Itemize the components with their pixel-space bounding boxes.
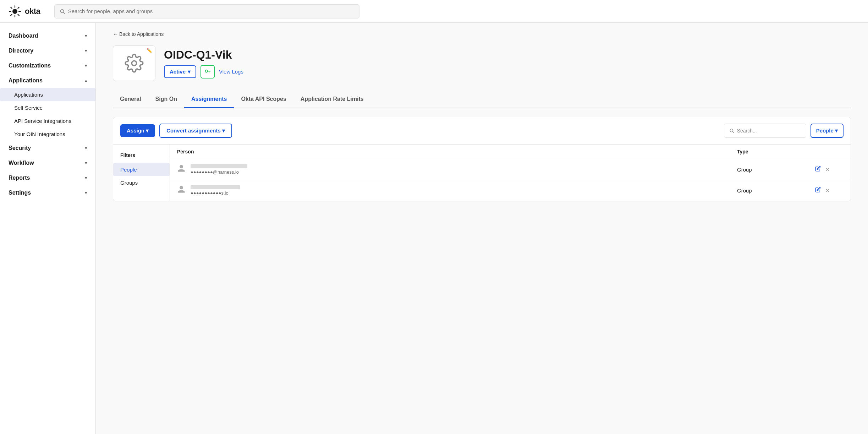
sidebar-item-customizations[interactable]: Customizations ▾ bbox=[0, 58, 95, 73]
sidebar: Dashboard ▾ Directory ▾ Customizations ▾… bbox=[0, 23, 96, 434]
sidebar-item-security[interactable]: Security ▾ bbox=[0, 141, 95, 156]
chevron-down-icon: ▾ bbox=[85, 33, 87, 38]
delete-row-1-icon[interactable]: ✕ bbox=[825, 166, 830, 173]
sidebar-item-reports[interactable]: Reports ▾ bbox=[0, 170, 95, 185]
type-cell-1: Group bbox=[737, 167, 815, 173]
svg-point-11 bbox=[132, 61, 137, 66]
table-area: Filters People Groups Person Type bbox=[113, 144, 851, 201]
filters-panel: Filters People Groups bbox=[113, 145, 170, 201]
person-info: ●●●●●●●●@harness.io bbox=[191, 164, 247, 175]
actions-cell-2: ✕ bbox=[815, 187, 844, 194]
people-filter-button[interactable]: People ▾ bbox=[811, 124, 844, 138]
sidebar-item-oin[interactable]: Your OIN Integrations bbox=[0, 128, 95, 141]
person-info: ●●●●●●●●●●●s.io bbox=[191, 185, 240, 196]
edit-icon[interactable]: ✏️ bbox=[147, 48, 152, 53]
sidebar-item-directory[interactable]: Directory ▾ bbox=[0, 43, 95, 58]
search-input[interactable] bbox=[68, 8, 354, 14]
search-icon bbox=[60, 9, 65, 14]
sidebar-item-settings[interactable]: Settings ▾ bbox=[0, 185, 95, 200]
key-icon bbox=[204, 68, 211, 75]
app-title: OIDC-Q1-Vik bbox=[164, 48, 243, 61]
sidebar-item-workflow[interactable]: Workflow ▾ bbox=[0, 156, 95, 170]
avatar-icon bbox=[177, 185, 186, 196]
svg-line-5 bbox=[11, 7, 12, 9]
filter-people[interactable]: People bbox=[113, 163, 170, 176]
edit-row-2-icon[interactable] bbox=[815, 187, 821, 194]
sidebar-item-applications-sub[interactable]: Applications bbox=[0, 88, 95, 101]
person-name-bar bbox=[191, 185, 240, 189]
back-link[interactable]: ← Back to Applications bbox=[113, 31, 851, 37]
tab-assignments[interactable]: Assignments bbox=[184, 91, 234, 108]
status-button[interactable]: Active ▾ bbox=[164, 65, 196, 78]
applications-submenu: Applications Self Service API Service In… bbox=[0, 88, 95, 141]
tabs: General Sign On Assignments Okta API Sco… bbox=[113, 91, 851, 108]
key-button[interactable] bbox=[200, 65, 215, 78]
sidebar-item-applications[interactable]: Applications ▴ bbox=[0, 73, 95, 88]
filters-title: Filters bbox=[113, 150, 170, 160]
toolbar: Assign ▾ Convert assignments ▾ People ▾ bbox=[113, 117, 851, 144]
gear-icon bbox=[125, 54, 144, 73]
view-logs-link[interactable]: View Logs bbox=[219, 69, 243, 75]
person-cell: ●●●●●●●●●●●s.io bbox=[177, 185, 737, 196]
table-row: ●●●●●●●●●●●s.io Group ✕ bbox=[170, 180, 851, 201]
svg-line-7 bbox=[18, 7, 19, 9]
main-content: ← Back to Applications ✏️ OIDC-Q1-Vik bbox=[96, 23, 868, 434]
svg-point-12 bbox=[205, 70, 208, 72]
table-header: Person Type bbox=[170, 145, 851, 159]
filter-groups[interactable]: Groups bbox=[113, 176, 170, 189]
edit-row-1-icon[interactable] bbox=[815, 166, 821, 173]
app-actions: Active ▾ View Logs bbox=[164, 65, 243, 78]
chevron-down-icon: ▾ bbox=[85, 63, 87, 68]
tab-rate-limits[interactable]: Application Rate Limits bbox=[293, 91, 371, 108]
search-icon bbox=[729, 128, 734, 133]
data-table: Person Type bbox=[170, 145, 851, 201]
chevron-up-icon: ▴ bbox=[85, 78, 87, 83]
person-name-bar bbox=[191, 164, 247, 168]
table-row: ●●●●●●●●@harness.io Group ✕ bbox=[170, 159, 851, 180]
svg-line-14 bbox=[732, 132, 734, 133]
person-email-1: ●●●●●●●●@harness.io bbox=[191, 169, 247, 175]
app-icon-box: ✏️ bbox=[113, 45, 155, 81]
main-inner: ← Back to Applications ✏️ OIDC-Q1-Vik bbox=[96, 23, 868, 210]
chevron-down-icon: ▾ bbox=[85, 190, 87, 195]
global-search-bar[interactable] bbox=[54, 4, 359, 18]
tab-sign-on[interactable]: Sign On bbox=[148, 91, 184, 108]
sidebar-item-self-service[interactable]: Self Service bbox=[0, 101, 95, 114]
app-info: OIDC-Q1-Vik Active ▾ View Logs bbox=[164, 48, 243, 78]
assignment-search-input[interactable] bbox=[737, 128, 801, 134]
svg-line-10 bbox=[64, 12, 65, 13]
sidebar-item-dashboard[interactable]: Dashboard ▾ bbox=[0, 28, 95, 43]
okta-logo-icon bbox=[9, 5, 21, 18]
layout: Dashboard ▾ Directory ▾ Customizations ▾… bbox=[0, 23, 868, 434]
assignment-search[interactable] bbox=[724, 124, 806, 138]
logo-text: okta bbox=[25, 7, 40, 16]
tab-okta-api[interactable]: Okta API Scopes bbox=[234, 91, 293, 108]
chevron-down-icon: ▾ bbox=[85, 146, 87, 151]
chevron-down-icon: ▾ bbox=[85, 48, 87, 53]
delete-row-2-icon[interactable]: ✕ bbox=[825, 187, 830, 194]
content-area: Assign ▾ Convert assignments ▾ People ▾ bbox=[113, 117, 851, 201]
svg-point-0 bbox=[12, 9, 17, 14]
chevron-down-icon: ▾ bbox=[85, 161, 87, 166]
actions-cell-1: ✕ bbox=[815, 166, 844, 173]
svg-line-6 bbox=[18, 14, 19, 16]
svg-line-8 bbox=[11, 14, 12, 16]
tab-general[interactable]: General bbox=[113, 91, 148, 108]
sidebar-item-api-service[interactable]: API Service Integrations bbox=[0, 114, 95, 128]
assign-button[interactable]: Assign ▾ bbox=[120, 124, 155, 137]
type-cell-2: Group bbox=[737, 188, 815, 194]
logo-area: okta bbox=[9, 5, 40, 18]
convert-assignments-button[interactable]: Convert assignments ▾ bbox=[159, 124, 232, 138]
chevron-down-icon: ▾ bbox=[85, 175, 87, 180]
avatar-icon bbox=[177, 164, 186, 175]
person-cell: ●●●●●●●●@harness.io bbox=[177, 164, 737, 175]
top-nav: okta bbox=[0, 0, 868, 23]
app-header: ✏️ OIDC-Q1-Vik Active ▾ bbox=[113, 45, 851, 81]
person-email-2: ●●●●●●●●●●●s.io bbox=[191, 190, 240, 196]
